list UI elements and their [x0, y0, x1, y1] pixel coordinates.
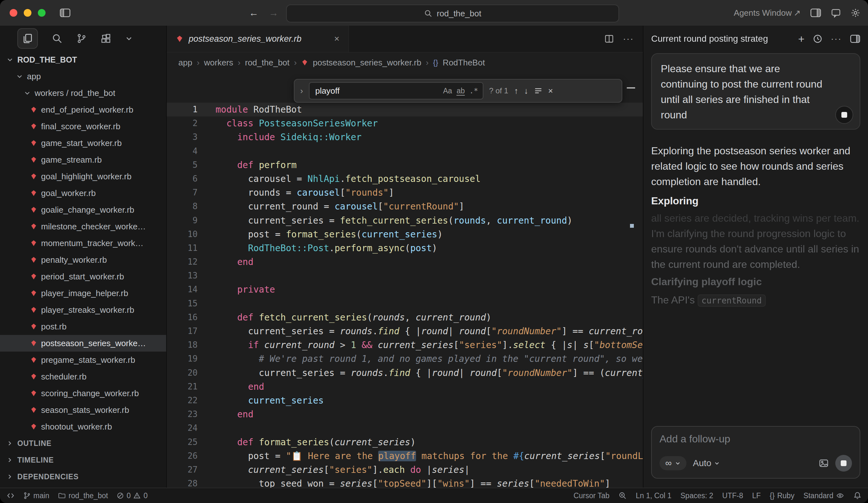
file-milestone-checker-worker-rb[interactable]: milestone_checker_worker.rb [0, 218, 166, 235]
more-options-icon[interactable]: ··· [831, 34, 842, 44]
file-goalie-change-worker-rb[interactable]: goalie_change_worker.rb [0, 202, 166, 218]
regex-icon[interactable]: .* [469, 86, 478, 95]
chat-icon[interactable] [831, 8, 841, 18]
code-line[interactable]: 15 [167, 297, 643, 310]
breadcrumb-file[interactable]: postseason_series_worker.rb [313, 58, 421, 68]
code-line[interactable]: 23 end [167, 408, 643, 421]
code-line[interactable]: 27 current_series["series"].each do |ser… [167, 463, 643, 477]
toggle-replace-icon[interactable]: › [300, 86, 303, 96]
folder-rod-the-bot[interactable]: ROD_THE_BOT [0, 51, 166, 68]
file-game-start-worker-rb[interactable]: game_start_worker.rb [0, 135, 166, 151]
forward-button[interactable]: → [269, 7, 278, 18]
close-icon[interactable]: × [548, 86, 553, 96]
code-line[interactable]: 25 def format_series(current_series) [167, 435, 643, 449]
file-goal-worker-rb[interactable]: goal_worker.rb [0, 185, 166, 202]
code-line[interactable]: 16 def fetch_current_series(rounds, curr… [167, 310, 643, 324]
extensions-tab[interactable] [101, 33, 111, 44]
cursor-position[interactable]: Ln 1, Col 1 [636, 491, 671, 500]
chat-composer[interactable]: Add a follow-up ∞ Auto [651, 426, 860, 479]
composer-placeholder[interactable]: Add a follow-up [660, 433, 852, 445]
code-line[interactable]: 22 current_series [167, 393, 643, 408]
chevron-down-icon[interactable] [125, 35, 133, 42]
search-tab[interactable] [52, 33, 62, 44]
code-line[interactable]: 24 [167, 421, 643, 435]
tab-postseason-series-worker[interactable]: postseason_series_worker.rb × [167, 25, 349, 52]
formatter-status[interactable]: Standard [804, 491, 844, 500]
dependencies-section[interactable]: DEPENDENCIES [0, 468, 166, 485]
user-message[interactable]: Please ensure that we are continuing to … [651, 53, 860, 130]
match-case-icon[interactable]: Aa [443, 86, 452, 95]
file-player-image-helper-rb[interactable]: player_image_helper.rb [0, 285, 166, 301]
branch-indicator[interactable]: main [23, 491, 49, 500]
file-postseason-series-worker-rb[interactable]: postseason_series_worker.rb [0, 335, 166, 352]
zoom-icon[interactable] [618, 491, 627, 500]
file-goal-highlight-worker-rb[interactable]: goal_highlight_worker.rb [0, 168, 166, 185]
breadcrumb-symbol[interactable]: RodTheBot [443, 58, 485, 68]
file-shootout-worker-rb[interactable]: shootout_worker.rb [0, 418, 166, 435]
zoom-button[interactable] [38, 9, 45, 17]
code-line[interactable]: 6 carousel = NhlApi.fetch_postseason_car… [167, 172, 643, 186]
file-game-stream-rb[interactable]: game_stream.rb [0, 151, 166, 168]
problems-indicator[interactable]: 0 0 [116, 491, 148, 500]
model-selector[interactable]: Auto [693, 458, 720, 468]
code-line[interactable]: 5 def perform [167, 158, 643, 172]
file-scheduler-rb[interactable]: scheduler.rb [0, 368, 166, 385]
code-line[interactable]: 17 current_series = rounds.find { |round… [167, 324, 643, 338]
file-scoring-change-worker-rb[interactable]: scoring_change_worker.rb [0, 385, 166, 402]
stop-icon[interactable] [835, 106, 853, 124]
code-line[interactable]: 14 private [167, 283, 643, 296]
encoding[interactable]: UTF-8 [722, 491, 743, 500]
previous-match-icon[interactable]: ↑ [514, 86, 518, 96]
toggle-panel-icon[interactable] [850, 34, 860, 43]
timeline-section[interactable]: TIMELINE [0, 452, 166, 468]
workspace-indicator[interactable]: rod_the_bot [58, 491, 108, 500]
chat-messages[interactable]: Please ensure that we are continuing to … [643, 52, 868, 426]
code-line[interactable]: 3 include Sidekiq::Worker [167, 130, 643, 144]
outline-section[interactable]: OUTLINE [0, 435, 166, 452]
code-editor[interactable]: › Aa ab .* ? of 1 ↑ ↓ × 1module RodTheBo… [167, 72, 643, 487]
indentation[interactable]: Spaces: 2 [680, 491, 713, 500]
split-editor-icon[interactable] [604, 34, 614, 43]
file-period-start-worker-rb[interactable]: period_start_worker.rb [0, 268, 166, 285]
command-center-search[interactable]: rod_the_bot [286, 4, 619, 22]
file-pregame-stats-worker-rb[interactable]: pregame_stats_worker.rb [0, 352, 166, 368]
find-in-selection-icon[interactable] [534, 86, 542, 95]
file-player-streaks-worker-rb[interactable]: player_streaks_worker.rb [0, 301, 166, 318]
agent-mode-selector[interactable]: ∞ [660, 456, 686, 470]
minimize-button[interactable] [24, 9, 31, 17]
folder-app[interactable]: app [0, 68, 166, 85]
stop-generation-button[interactable] [835, 455, 852, 472]
code-line[interactable]: 28 top_seed_won = series["topSeed"]["win… [167, 477, 643, 487]
cursor-tab-status[interactable]: Cursor Tab [574, 491, 609, 500]
eol[interactable]: LF [752, 491, 761, 500]
find-input[interactable] [314, 85, 439, 96]
explorer-tab[interactable] [17, 28, 38, 49]
code-line[interactable]: 9 current_series = fetch_current_series(… [167, 214, 643, 227]
file-end-of-period-worker-rb[interactable]: end_of_period_worker.rb [0, 101, 166, 118]
whole-word-icon[interactable]: ab [456, 86, 465, 95]
file-penalty-worker-rb[interactable]: penalty_worker.rb [0, 252, 166, 268]
file-post-rb[interactable]: post.rb [0, 318, 166, 335]
code-line[interactable]: 19 # We're past round 1, and no games pl… [167, 352, 643, 366]
more-actions-icon[interactable]: ··· [623, 34, 634, 44]
toggle-panel-icon[interactable] [810, 8, 821, 18]
breadcrumb-rod-the-bot[interactable]: rod_the_bot [245, 58, 290, 68]
code-line[interactable]: 26 post = "📋 Here are the playoff matchu… [167, 449, 643, 463]
folder-workers-rod-the-bot[interactable]: workers / rod_the_bot [0, 85, 166, 101]
history-icon[interactable] [813, 34, 823, 44]
breadcrumb-workers[interactable]: workers [204, 58, 233, 68]
code-line[interactable]: 18 if current_round > 1 && current_serie… [167, 338, 643, 352]
code-line[interactable]: 2 class PostseasonSeriesWorker [167, 116, 643, 130]
breadcrumb-app[interactable]: app [178, 58, 192, 68]
close-icon[interactable]: × [334, 34, 339, 44]
file-final-score-worker-rb[interactable]: final_score_worker.rb [0, 118, 166, 135]
file-momentum-tracker-worker-rb[interactable]: momentum_tracker_worker.rb [0, 235, 166, 252]
code-line[interactable]: 13 [167, 269, 643, 283]
code-line[interactable]: 8 current_round = carousel["currentRound… [167, 199, 643, 213]
file-season-stats-worker-rb[interactable]: season_stats_worker.rb [0, 402, 166, 418]
back-button[interactable]: ← [249, 7, 259, 18]
agents-window-link[interactable]: Agents Window↗ [734, 8, 800, 18]
code-line[interactable]: 20 current_series = rounds.find { |round… [167, 366, 643, 380]
remote-icon[interactable] [7, 491, 15, 500]
notifications-bell-icon[interactable] [853, 491, 861, 500]
